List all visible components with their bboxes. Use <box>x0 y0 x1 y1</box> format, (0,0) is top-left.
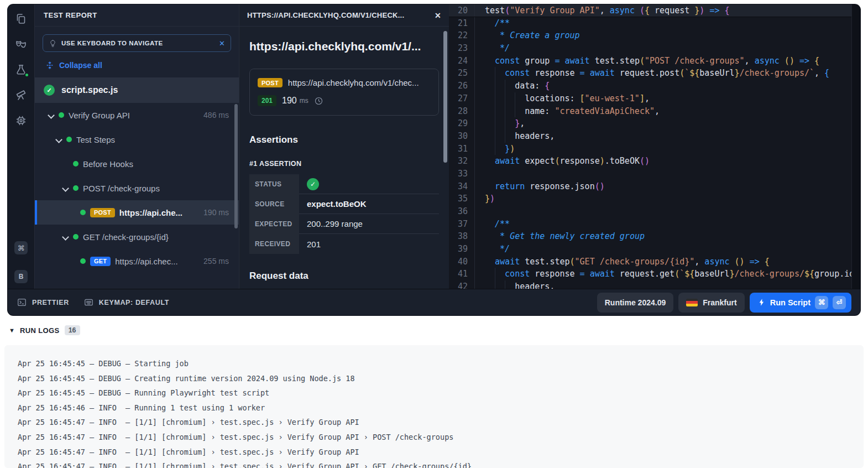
line-number: 37 <box>449 218 474 231</box>
response-time-unit: ms <box>300 97 308 105</box>
code-line[interactable]: 36 <box>449 205 860 218</box>
tree-item-label: POST /check-groups <box>83 184 160 193</box>
code-line[interactable]: 29 }, <box>449 117 860 130</box>
chevron-down-icon[interactable] <box>56 137 62 143</box>
code-line[interactable]: 38 * Get the newly created group <box>449 230 860 243</box>
masks-icon[interactable] <box>14 38 28 51</box>
line-number: 30 <box>449 130 474 143</box>
collapse-all-label: Collapse all <box>59 61 102 70</box>
log-line: Apr 25 16:45:45 – DEBUG – Running Playwr… <box>18 386 864 401</box>
lightbulb-icon <box>49 39 57 48</box>
line-number: 35 <box>449 193 474 205</box>
cmd-key-icon: ⌘ <box>815 296 828 309</box>
log-line: Apr 25 16:45:45 – DEBUG – Creating runti… <box>18 371 864 386</box>
code-lines: 20test("Verify Group API", async ({ requ… <box>449 4 860 289</box>
code-line[interactable]: 39 */ <box>449 243 860 256</box>
code-line[interactable]: 27 locations: ["eu-west-1"], <box>449 92 860 105</box>
code-line[interactable]: 37 /** <box>449 218 860 231</box>
spec-file-name: script.spec.js <box>61 85 118 95</box>
tree-item[interactable]: GET /check-groups/{id} <box>35 225 239 249</box>
assertion-label: #1 ASSERTION <box>249 160 439 168</box>
prettier-button[interactable]: PRETTIER <box>17 297 69 308</box>
location-button[interactable]: Frankfurt <box>678 293 744 313</box>
telescope-icon[interactable] <box>14 89 28 102</box>
line-number: 23 <box>449 42 474 55</box>
status-dot <box>66 137 72 142</box>
code-line[interactable]: 42 headers, <box>449 280 860 289</box>
code-line[interactable]: 33 <box>449 168 860 180</box>
code-line[interactable]: 22 * Create a group <box>449 29 860 42</box>
keymap-icon <box>83 297 94 308</box>
code-editor[interactable]: 20test("Verify Group API", async ({ requ… <box>449 4 860 289</box>
runtime-label: Runtime 2024.09 <box>605 298 666 307</box>
code-line[interactable]: 34 return response.json() <box>449 180 860 193</box>
detail-scrollbar[interactable] <box>443 31 447 163</box>
line-number: 42 <box>449 280 474 289</box>
tree-item[interactable]: POSThttps://api.che...190 ms <box>35 200 239 225</box>
request-detail-panel: HTTPS://API.CHECKLYHQ.COM/V1/CHECK... ✕ … <box>239 4 449 289</box>
run-logs-header[interactable]: ▼ RUN LOGS 16 <box>9 325 80 335</box>
code-line[interactable]: 20test("Verify Group API", async ({ requ… <box>449 4 860 17</box>
line-number: 31 <box>449 143 474 155</box>
assertion-row-value: ✓ <box>299 174 439 194</box>
run-script-button[interactable]: Run Script ⌘ ⏎ <box>750 293 851 313</box>
left-icon-rail: ⌘ B <box>8 4 34 289</box>
pages-icon[interactable] <box>14 12 28 25</box>
chevron-down-icon[interactable] <box>48 112 54 118</box>
status-dot <box>73 161 79 167</box>
collapse-icon <box>46 61 54 69</box>
clear-search-icon[interactable]: ✕ <box>219 39 225 48</box>
flask-icon[interactable] <box>14 63 28 76</box>
assertion-row-value: 201 <box>299 234 439 254</box>
search-input[interactable]: USE KEYBOARD TO NAVIGATE ✕ <box>43 34 231 52</box>
line-number: 21 <box>449 17 474 30</box>
code-line[interactable]: 32 await expect(response).toBeOK() <box>449 155 860 168</box>
request-summary-card: POST https://api.checklyhq.com/v1/chec..… <box>249 69 439 116</box>
collapse-all-button[interactable]: Collapse all <box>43 52 231 76</box>
tree-item[interactable]: Test Steps <box>35 127 239 152</box>
chip-icon[interactable] <box>14 114 28 127</box>
line-number: 24 <box>449 55 474 67</box>
keymap-label: KEYMAP: DEFAULT <box>99 299 169 306</box>
check-circle-icon: ✓ <box>44 85 55 96</box>
tree-item[interactable]: Verify Group API486 ms <box>35 103 239 127</box>
code-line[interactable]: 23 */ <box>449 42 860 55</box>
cmd-key-badge: ⌘ <box>14 241 28 254</box>
status-dot <box>80 210 86 215</box>
code-line[interactable]: 26 data: { <box>449 80 860 92</box>
keymap-button[interactable]: KEYMAP: DEFAULT <box>83 297 169 308</box>
code-line[interactable]: 40 await test.step("GET /check-groups/{i… <box>449 256 860 268</box>
code-line[interactable]: 28 name: "createdViaApiCheck", <box>449 105 860 118</box>
test-tree: Verify Group API486 msTest StepsBefore H… <box>35 103 239 273</box>
spec-file-row[interactable]: ✓ script.spec.js <box>35 77 239 103</box>
tree-scrollbar[interactable] <box>234 104 238 228</box>
code-line[interactable]: 30 headers, <box>449 130 860 143</box>
tree-item[interactable]: GEThttps://api.chec...255 ms <box>35 249 239 273</box>
line-number: 29 <box>449 117 474 130</box>
line-number: 34 <box>449 180 474 193</box>
code-line[interactable]: 21 /** <box>449 17 860 30</box>
tree-item[interactable]: Before Hooks <box>35 152 239 176</box>
code-line[interactable]: 24 const group = await test.step("POST /… <box>449 55 860 67</box>
code-line[interactable]: 35}) <box>449 193 860 205</box>
chevron-down-icon[interactable] <box>62 234 69 240</box>
app-window: ⌘ B TEST REPORT USE KEYBOARD TO NAVIGATE… <box>8 4 860 315</box>
log-line: Apr 25 16:45:47 – INFO – [1/1] [chromium… <box>18 430 864 445</box>
tree-item-label: GET /check-groups/{id} <box>83 232 169 242</box>
runtime-button[interactable]: Runtime 2024.09 <box>597 293 674 313</box>
assertion-row-label: RECEIVED <box>249 234 299 254</box>
run-logs-count-badge: 16 <box>65 325 80 335</box>
tree-item[interactable]: POST /check-groups <box>35 176 239 200</box>
check-circle-icon: ✓ <box>307 178 319 190</box>
line-number: 26 <box>449 80 474 92</box>
log-line: Apr 25 16:45:47 – INFO – [1/1] [chromium… <box>18 459 864 468</box>
editor-scrollbar-track[interactable] <box>851 4 860 289</box>
close-icon[interactable]: ✕ <box>435 11 441 20</box>
chevron-down-icon[interactable] <box>62 185 69 191</box>
run-logs-title: RUN LOGS <box>20 326 60 335</box>
location-label: Frankfurt <box>703 298 736 307</box>
code-line[interactable]: 41 const response = await request.get(`$… <box>449 268 860 280</box>
tree-item-label: https://api.chec... <box>115 257 177 266</box>
code-line[interactable]: 25 const response = await request.post(`… <box>449 67 860 80</box>
code-line[interactable]: 31 }) <box>449 143 860 155</box>
